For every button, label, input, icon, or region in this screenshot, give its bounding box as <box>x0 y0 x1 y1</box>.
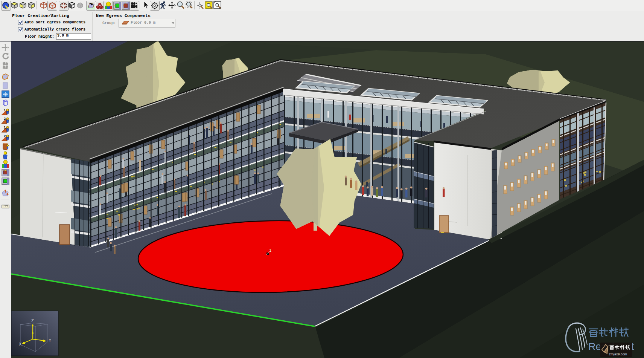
svg-text:Z: Z <box>31 318 34 323</box>
svg-text:1: 1 <box>4 125 6 129</box>
svg-text:2: 2 <box>4 134 6 138</box>
svg-text:1: 1 <box>269 248 271 252</box>
svg-text:Y: Y <box>49 338 52 343</box>
svg-text:zmjax9.com: zmjax9.com <box>609 352 627 356</box>
svg-text:X: X <box>19 342 22 346</box>
svg-text:2: 2 <box>4 117 6 121</box>
svg-text:1: 1 <box>4 108 6 112</box>
